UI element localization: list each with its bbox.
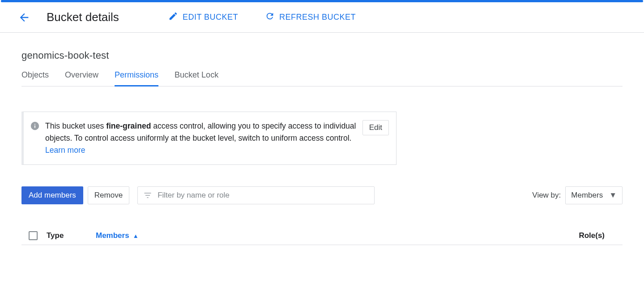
view-by-selected-value: Members: [571, 191, 603, 200]
edit-access-control-button[interactable]: Edit: [363, 120, 389, 135]
header-actions: EDIT BUCKET REFRESH BUCKET: [168, 11, 356, 23]
caret-down-icon: ▼: [609, 191, 617, 200]
tab-permissions[interactable]: Permissions: [115, 69, 158, 86]
column-header-roles[interactable]: Role(s): [579, 231, 623, 240]
page-title: Bucket details: [47, 10, 119, 24]
refresh-bucket-label: REFRESH BUCKET: [279, 13, 356, 22]
add-members-button[interactable]: Add members: [21, 186, 83, 204]
edit-bucket-button[interactable]: EDIT BUCKET: [168, 11, 238, 23]
pencil-icon: [168, 11, 178, 23]
refresh-bucket-button[interactable]: REFRESH BUCKET: [265, 11, 356, 23]
members-table-header: Type Members ▲ Role(s): [21, 231, 623, 245]
back-arrow-icon[interactable]: [18, 11, 30, 24]
refresh-icon: [265, 11, 275, 23]
remove-button[interactable]: Remove: [88, 186, 129, 204]
sort-ascending-icon: ▲: [133, 233, 139, 239]
column-header-members-label: Members: [96, 231, 129, 240]
select-all-checkbox[interactable]: [29, 231, 38, 240]
view-by-label: View by:: [532, 191, 561, 200]
access-control-info-box: This bucket uses fine-grained access con…: [21, 112, 397, 165]
tab-overview[interactable]: Overview: [65, 69, 98, 86]
bucket-name: genomics-book-test: [21, 50, 623, 61]
tab-bucket-lock[interactable]: Bucket Lock: [175, 69, 218, 86]
view-by-container: View by: Members ▼: [532, 186, 623, 204]
column-header-members[interactable]: Members ▲: [96, 231, 139, 240]
column-header-type[interactable]: Type: [47, 231, 96, 240]
edit-bucket-label: EDIT BUCKET: [183, 13, 238, 22]
tab-objects[interactable]: Objects: [21, 69, 49, 86]
permissions-toolbar: Add members Remove View by: Members ▼: [21, 186, 623, 204]
view-by-select[interactable]: Members ▼: [565, 186, 623, 204]
tabs: Objects Overview Permissions Bucket Lock: [21, 69, 623, 86]
filter-input[interactable]: [157, 190, 369, 200]
content-area: genomics-book-test Objects Overview Perm…: [0, 33, 644, 245]
info-prefix: This bucket uses: [45, 121, 106, 130]
info-bold: fine-grained: [106, 121, 151, 130]
filter-icon: [143, 191, 152, 200]
info-icon: [30, 121, 40, 132]
learn-more-link[interactable]: Learn more: [45, 146, 85, 155]
page-header: Bucket details EDIT BUCKET REFRESH BUCKE…: [0, 2, 644, 33]
access-control-info-text: This bucket uses fine-grained access con…: [45, 120, 357, 156]
filter-container: [137, 186, 375, 204]
